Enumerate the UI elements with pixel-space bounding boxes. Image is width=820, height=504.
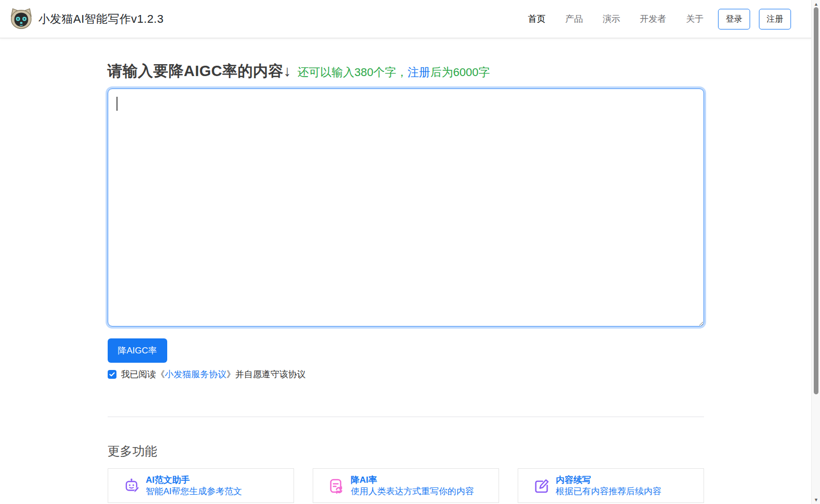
- card-desc: 智能AI帮您生成参考范文: [146, 486, 242, 497]
- vertical-scrollbar[interactable]: ▲ ▼: [811, 0, 820, 504]
- section-divider: [108, 417, 704, 417]
- nav-item-about[interactable]: 关于: [686, 13, 704, 25]
- page-title: 请输入要降AIGC率的内容↓: [108, 61, 291, 82]
- document-refresh-icon: [329, 478, 344, 494]
- agreement-suffix: 》并自愿遵守该协议: [227, 369, 306, 379]
- card-title: AI范文助手: [146, 475, 242, 485]
- more-features-title: 更多功能: [108, 443, 704, 459]
- feature-card-ai-sample[interactable]: AI范文助手 智能AI帮您生成参考范文: [108, 468, 294, 503]
- feature-cards: AI范文助手 智能AI帮您生成参考范文: [108, 468, 704, 503]
- nav-item-products[interactable]: 产品: [565, 13, 583, 25]
- chars-remaining-text: 还可以输入380个字，: [298, 66, 408, 79]
- card-title: 内容续写: [556, 475, 662, 485]
- feature-card-continue-writing[interactable]: 内容续写 根据已有内容推荐后续内容: [518, 468, 704, 503]
- content-input-wrap: [108, 88, 704, 327]
- reduce-aigc-button[interactable]: 降AIGC率: [108, 338, 168, 363]
- register-hint-link[interactable]: 注册: [407, 66, 430, 79]
- card-title: 降AI率: [351, 475, 474, 485]
- registered-limit-text: 后为6000字: [430, 66, 490, 79]
- nav-item-developers[interactable]: 开发者: [640, 13, 666, 25]
- check-icon: [109, 372, 115, 377]
- page-body: 请输入要降AIGC率的内容↓ 还可以输入380个字，注册后为6000字 降AIG…: [0, 61, 811, 503]
- agreement-checkbox[interactable]: [108, 370, 116, 379]
- app-title: 小发猫AI智能写作v1.2.3: [38, 11, 164, 27]
- scrollbar-thumb[interactable]: [814, 7, 818, 394]
- char-limit-hint: 还可以输入380个字，注册后为6000字: [298, 65, 490, 80]
- agreement-row: 我已阅读《小发猫服务协议》并自愿遵守该协议: [108, 368, 704, 380]
- login-button[interactable]: 登录: [718, 9, 750, 29]
- editor-heading-row: 请输入要降AIGC率的内容↓ 还可以输入380个字，注册后为6000字: [108, 61, 704, 82]
- agreement-prefix: 我已阅读《: [121, 369, 165, 379]
- feature-card-reduce-ai[interactable]: 降AI率 使用人类表达方式重写你的内容: [313, 468, 499, 503]
- brand[interactable]: 小发猫AI智能写作v1.2.3: [9, 7, 164, 31]
- auth-buttons: 登录 注册: [718, 9, 791, 29]
- edit-square-icon: [534, 478, 549, 494]
- top-navbar: 小发猫AI智能写作v1.2.3 首页 产品 演示 开发者 关于 登录 注册: [0, 0, 820, 38]
- register-button[interactable]: 注册: [759, 9, 791, 29]
- robot-pencil-icon: [124, 478, 139, 494]
- cat-logo-icon: [9, 7, 33, 31]
- service-agreement-link[interactable]: 小发猫服务协议: [165, 369, 227, 379]
- content-input[interactable]: [108, 88, 704, 327]
- agreement-text: 我已阅读《小发猫服务协议》并自愿遵守该协议: [121, 368, 306, 380]
- scroll-down-arrow-icon[interactable]: ▼: [812, 496, 820, 504]
- main-nav: 首页 产品 演示 开发者 关于: [528, 13, 704, 25]
- nav-item-home[interactable]: 首页: [528, 13, 546, 25]
- card-desc: 使用人类表达方式重写你的内容: [351, 486, 474, 497]
- card-desc: 根据已有内容推荐后续内容: [556, 486, 662, 497]
- nav-item-demo[interactable]: 演示: [603, 13, 620, 25]
